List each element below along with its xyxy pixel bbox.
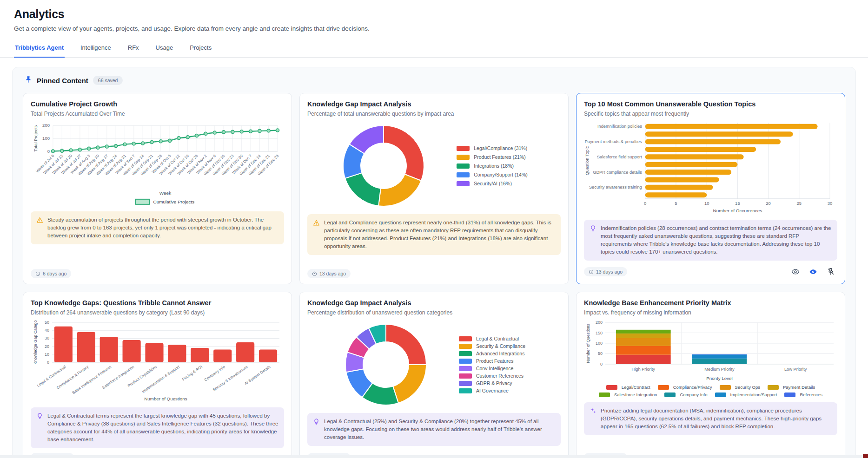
card-title: Cumulative Project Growth bbox=[31, 100, 284, 108]
warning-icon bbox=[313, 219, 320, 229]
insight-text: Legal & Contractual terms represent the … bbox=[47, 412, 278, 444]
svg-text:Total Projects: Total Projects bbox=[33, 125, 38, 151]
tab-projects[interactable]: Projects bbox=[189, 41, 212, 58]
svg-text:200: 200 bbox=[42, 123, 50, 128]
svg-text:Number of Questions: Number of Questions bbox=[586, 323, 590, 363]
blue-eye-icon bbox=[809, 268, 817, 276]
svg-text:30: 30 bbox=[45, 336, 49, 341]
chart-legend: Legal/ContractCompliance/PrivacySecurity… bbox=[584, 385, 837, 397]
svg-text:Number of Occurrences: Number of Occurrences bbox=[713, 208, 762, 213]
page-header: Analytics Get a complete view of your ag… bbox=[0, 0, 868, 32]
clock-icon bbox=[589, 269, 594, 275]
clock-icon bbox=[35, 271, 40, 276]
svg-text:Medium Priority: Medium Priority bbox=[704, 367, 735, 372]
legend-item: Company Info bbox=[664, 392, 707, 397]
timestamp-badge: 13 days ago bbox=[584, 267, 627, 276]
card-knowledge-gap-impact-analysis[interactable]: Knowledge Gap Impact Analysis Percentage… bbox=[299, 93, 569, 284]
legend-item: AI Governance bbox=[459, 388, 525, 393]
svg-text:Payment methods & penalties: Payment methods & penalties bbox=[585, 139, 642, 144]
card-title: Top Knowledge Gaps: Questions Tribble Ca… bbox=[31, 299, 284, 307]
legend-item: Product Features (21%) bbox=[457, 154, 528, 160]
card-title: Top 10 Most Common Unanswerable Question… bbox=[584, 100, 837, 108]
legend-item: Legal & Contractual bbox=[459, 336, 525, 341]
pin-off-icon bbox=[827, 268, 835, 276]
unpin-button[interactable] bbox=[824, 265, 837, 278]
legend-item: GDPR & Privacy bbox=[459, 380, 525, 386]
svg-text:Security awareness training: Security awareness training bbox=[589, 185, 642, 190]
insight-box: Legal and Compliance questions represent… bbox=[307, 214, 561, 255]
card-title: Knowledge Gap Impact Analysis bbox=[307, 299, 561, 307]
insight-box: Steady accumulation of projects througho… bbox=[31, 211, 284, 244]
svg-text:Priority Level: Priority Level bbox=[706, 376, 732, 381]
card-subtitle: Percentage of total unanswerable questio… bbox=[307, 111, 561, 117]
svg-text:Question Topic: Question Topic bbox=[584, 146, 590, 176]
insight-box: Indemnification policies (28 occurrences… bbox=[584, 220, 837, 261]
lightbulb-icon bbox=[590, 225, 596, 234]
legend-item: References bbox=[784, 392, 822, 397]
legend-item: Security & Compliance bbox=[459, 343, 525, 349]
card-top-knowledge-gaps[interactable]: Top Knowledge Gaps: Questions Tribble Ca… bbox=[23, 292, 292, 458]
svg-text:Indemnification policies: Indemnification policies bbox=[597, 124, 642, 129]
tab-usage[interactable]: Usage bbox=[155, 41, 174, 58]
svg-text:0: 0 bbox=[644, 201, 646, 206]
pin-icon bbox=[25, 76, 32, 85]
legend-item: Legal/Contract bbox=[606, 385, 650, 390]
donut-chart: Legal & ContractualSecurity & Compliance… bbox=[307, 320, 561, 408]
svg-text:30: 30 bbox=[828, 201, 833, 206]
warning-icon bbox=[36, 216, 43, 226]
svg-text:Implementation & Support: Implementation & Support bbox=[141, 364, 181, 394]
svg-text:GDPR compliance details: GDPR compliance details bbox=[593, 170, 642, 175]
tab-tribblytics-agent[interactable]: Tribblytics Agent bbox=[14, 41, 65, 58]
page-title: Analytics bbox=[14, 7, 854, 21]
lightbulb-icon bbox=[313, 418, 320, 427]
card-knowledge-gap-impact-analysis-2[interactable]: Knowledge Gap Impact Analysis Percentage… bbox=[299, 292, 569, 458]
card-subtitle: Total Projects Accumulated Over Time bbox=[31, 111, 284, 117]
horizontal-bar-chart: 051015202530Indemnification policiesPaym… bbox=[584, 121, 837, 215]
legend-item: Conv Intelligence bbox=[459, 366, 525, 371]
legend-item: Advanced Integrations bbox=[459, 351, 525, 356]
svg-text:0: 0 bbox=[47, 149, 50, 154]
lightbulb-icon bbox=[36, 412, 43, 422]
insight-text: Indemnification policies (28 occurrences… bbox=[601, 224, 832, 256]
legend-item: Company/Support (14%) bbox=[457, 172, 528, 177]
svg-text:High Priority: High Priority bbox=[632, 367, 656, 372]
svg-text:Week: Week bbox=[159, 190, 171, 196]
card-kb-enhancement-priority-matrix[interactable]: Knowledge Base Enhancement Priority Matr… bbox=[576, 292, 845, 458]
cards-grid: Cumulative Project Growth Total Projects… bbox=[23, 93, 845, 458]
chart-legend: Legal & ContractualSecurity & Compliance… bbox=[459, 336, 525, 393]
card-subtitle: Distribution of 264 unanswerable questio… bbox=[31, 309, 284, 316]
svg-text:10: 10 bbox=[704, 201, 709, 206]
svg-text:50: 50 bbox=[45, 320, 49, 325]
insight-text: Prioritize adding legal documentation (M… bbox=[601, 407, 832, 431]
insight-text: Legal & Contractual (25%) and Security &… bbox=[324, 418, 555, 441]
tab-intelligence[interactable]: Intelligence bbox=[80, 41, 112, 58]
svg-text:40: 40 bbox=[45, 328, 49, 333]
pinned-content-panel: Pinned Content 66 saved Cumulative Proje… bbox=[12, 67, 856, 458]
svg-text:25: 25 bbox=[797, 201, 802, 206]
insight-view-button[interactable] bbox=[807, 265, 820, 278]
svg-text:Salesforce field support: Salesforce field support bbox=[597, 155, 642, 159]
svg-text:5: 5 bbox=[675, 201, 677, 206]
insight-box: Prioritize adding legal documentation (M… bbox=[584, 402, 837, 435]
svg-text:Cumulative Projects: Cumulative Projects bbox=[153, 199, 195, 204]
pinned-header: Pinned Content 66 saved bbox=[23, 76, 845, 85]
svg-text:Company Info: Company Info bbox=[203, 364, 226, 382]
svg-text:0: 0 bbox=[600, 362, 603, 366]
card-subtitle: Specific topics that appear most frequen… bbox=[584, 111, 837, 117]
insight-box: Legal & Contractual terms represent the … bbox=[31, 407, 284, 448]
legend-item: Product Features bbox=[459, 358, 525, 364]
tab-rfx[interactable]: RFx bbox=[127, 41, 140, 58]
card-cumulative-project-growth[interactable]: Cumulative Project Growth Total Projects… bbox=[23, 93, 292, 284]
card-actions bbox=[789, 265, 837, 278]
svg-text:0: 0 bbox=[47, 360, 49, 365]
card-top-10-unanswerable-topics[interactable]: Top 10 Most Common Unanswerable Question… bbox=[576, 93, 845, 284]
tab-bar: Tribblytics Agent Intelligence RFx Usage… bbox=[0, 41, 868, 58]
svg-text:Knowledge Gap Catego: Knowledge Gap Catego bbox=[33, 321, 38, 365]
svg-text:200: 200 bbox=[596, 320, 603, 325]
svg-text:Sales Intelligence Features: Sales Intelligence Features bbox=[71, 364, 112, 395]
view-button[interactable] bbox=[789, 265, 802, 278]
legend-item: Payment Details bbox=[768, 385, 815, 390]
legend-item: Security Ops bbox=[720, 385, 760, 390]
svg-text:Number of Questions: Number of Questions bbox=[144, 396, 187, 401]
bar-chart: 01020304050Legal & ContractualCompliance… bbox=[31, 320, 284, 402]
